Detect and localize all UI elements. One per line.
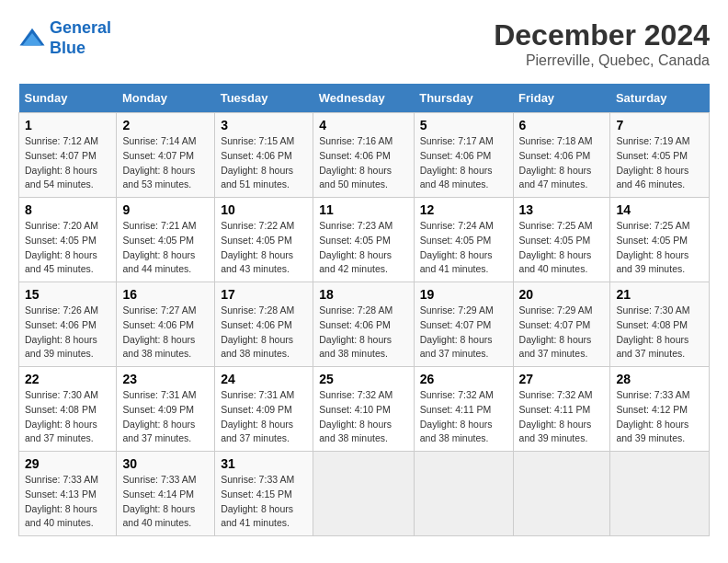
title-block: December 2024 Pierreville, Quebec, Canad… xyxy=(494,18,710,69)
calendar-table: SundayMondayTuesdayWednesdayThursdayFrid… xyxy=(18,84,710,536)
day-info: Sunrise: 7:24 AMSunset: 4:05 PMDaylight:… xyxy=(420,219,507,277)
day-number: 29 xyxy=(25,456,110,471)
calendar-cell xyxy=(414,452,513,536)
calendar-cell: 5Sunrise: 7:17 AMSunset: 4:06 PMDaylight… xyxy=(414,113,513,198)
day-number: 31 xyxy=(221,456,307,471)
calendar-week-row: 29Sunrise: 7:33 AMSunset: 4:13 PMDayligh… xyxy=(19,452,710,536)
day-info: Sunrise: 7:27 AMSunset: 4:06 PMDaylight:… xyxy=(122,304,209,362)
calendar-cell: 9Sunrise: 7:21 AMSunset: 4:05 PMDaylight… xyxy=(117,198,215,282)
day-number: 28 xyxy=(616,372,703,386)
day-number: 2 xyxy=(122,118,209,132)
calendar-cell: 27Sunrise: 7:32 AMSunset: 4:11 PMDayligh… xyxy=(513,367,610,452)
calendar-cell: 26Sunrise: 7:32 AMSunset: 4:11 PMDayligh… xyxy=(414,367,513,452)
header-sunday: Sunday xyxy=(19,84,117,113)
day-number: 23 xyxy=(122,372,209,386)
day-number: 19 xyxy=(420,287,507,302)
day-info: Sunrise: 7:33 AMSunset: 4:13 PMDaylight:… xyxy=(25,473,110,531)
day-number: 5 xyxy=(420,118,507,132)
day-info: Sunrise: 7:18 AMSunset: 4:06 PMDaylight:… xyxy=(519,134,605,192)
day-number: 10 xyxy=(221,202,307,217)
day-number: 8 xyxy=(25,202,110,217)
day-info: Sunrise: 7:25 AMSunset: 4:05 PMDaylight:… xyxy=(519,219,605,277)
day-info: Sunrise: 7:32 AMSunset: 4:11 PMDaylight:… xyxy=(420,388,507,446)
day-number: 18 xyxy=(319,287,407,302)
calendar-header-row: SundayMondayTuesdayWednesdayThursdayFrid… xyxy=(19,84,710,113)
logo-line2: Blue xyxy=(50,39,85,57)
day-info: Sunrise: 7:16 AMSunset: 4:06 PMDaylight:… xyxy=(319,134,407,192)
day-info: Sunrise: 7:17 AMSunset: 4:06 PMDaylight:… xyxy=(420,134,507,192)
calendar-cell: 3Sunrise: 7:15 AMSunset: 4:06 PMDaylight… xyxy=(215,113,313,198)
day-info: Sunrise: 7:29 AMSunset: 4:07 PMDaylight:… xyxy=(420,304,507,362)
day-info: Sunrise: 7:32 AMSunset: 4:10 PMDaylight:… xyxy=(319,388,407,446)
calendar-cell: 7Sunrise: 7:19 AMSunset: 4:05 PMDaylight… xyxy=(610,113,710,198)
day-number: 4 xyxy=(319,118,407,132)
day-number: 16 xyxy=(122,287,209,302)
day-number: 9 xyxy=(122,202,209,217)
day-number: 22 xyxy=(25,372,110,386)
day-info: Sunrise: 7:30 AMSunset: 4:08 PMDaylight:… xyxy=(25,388,110,446)
day-number: 15 xyxy=(25,287,110,302)
day-info: Sunrise: 7:15 AMSunset: 4:06 PMDaylight:… xyxy=(221,134,307,192)
calendar-cell: 16Sunrise: 7:27 AMSunset: 4:06 PMDayligh… xyxy=(117,282,215,367)
day-info: Sunrise: 7:30 AMSunset: 4:08 PMDaylight:… xyxy=(616,304,703,362)
calendar-cell: 20Sunrise: 7:29 AMSunset: 4:07 PMDayligh… xyxy=(513,282,610,367)
calendar-cell: 28Sunrise: 7:33 AMSunset: 4:12 PMDayligh… xyxy=(610,367,710,452)
day-info: Sunrise: 7:28 AMSunset: 4:06 PMDaylight:… xyxy=(319,304,407,362)
calendar-cell: 31Sunrise: 7:33 AMSunset: 4:15 PMDayligh… xyxy=(215,452,313,536)
day-number: 27 xyxy=(519,372,605,386)
day-info: Sunrise: 7:31 AMSunset: 4:09 PMDaylight:… xyxy=(122,388,209,446)
day-info: Sunrise: 7:22 AMSunset: 4:05 PMDaylight:… xyxy=(221,219,307,277)
day-info: Sunrise: 7:14 AMSunset: 4:07 PMDaylight:… xyxy=(122,134,209,192)
header-saturday: Saturday xyxy=(610,84,710,113)
page-header: General Blue December 2024 Pierreville, … xyxy=(18,18,710,69)
calendar-cell: 19Sunrise: 7:29 AMSunset: 4:07 PMDayligh… xyxy=(414,282,513,367)
calendar-cell: 17Sunrise: 7:28 AMSunset: 4:06 PMDayligh… xyxy=(215,282,313,367)
calendar-cell: 18Sunrise: 7:28 AMSunset: 4:06 PMDayligh… xyxy=(313,282,414,367)
day-number: 26 xyxy=(420,372,507,386)
calendar-cell: 8Sunrise: 7:20 AMSunset: 4:05 PMDaylight… xyxy=(19,198,117,282)
calendar-cell: 24Sunrise: 7:31 AMSunset: 4:09 PMDayligh… xyxy=(215,367,313,452)
day-info: Sunrise: 7:25 AMSunset: 4:05 PMDaylight:… xyxy=(616,219,703,277)
calendar-cell: 13Sunrise: 7:25 AMSunset: 4:05 PMDayligh… xyxy=(513,198,610,282)
calendar-cell: 23Sunrise: 7:31 AMSunset: 4:09 PMDayligh… xyxy=(117,367,215,452)
calendar-week-row: 22Sunrise: 7:30 AMSunset: 4:08 PMDayligh… xyxy=(19,367,710,452)
logo-icon xyxy=(18,25,46,52)
calendar-title: December 2024 xyxy=(494,18,710,52)
day-info: Sunrise: 7:33 AMSunset: 4:12 PMDaylight:… xyxy=(616,388,703,446)
calendar-cell xyxy=(610,452,710,536)
day-info: Sunrise: 7:20 AMSunset: 4:05 PMDaylight:… xyxy=(25,219,110,277)
calendar-subtitle: Pierreville, Quebec, Canada xyxy=(494,52,710,69)
header-tuesday: Tuesday xyxy=(215,84,313,113)
calendar-cell: 14Sunrise: 7:25 AMSunset: 4:05 PMDayligh… xyxy=(610,198,710,282)
header-thursday: Thursday xyxy=(414,84,513,113)
day-info: Sunrise: 7:21 AMSunset: 4:05 PMDaylight:… xyxy=(122,219,209,277)
calendar-cell: 1Sunrise: 7:12 AMSunset: 4:07 PMDaylight… xyxy=(19,113,117,198)
calendar-cell: 2Sunrise: 7:14 AMSunset: 4:07 PMDaylight… xyxy=(117,113,215,198)
calendar-week-row: 8Sunrise: 7:20 AMSunset: 4:05 PMDaylight… xyxy=(19,198,710,282)
calendar-cell: 29Sunrise: 7:33 AMSunset: 4:13 PMDayligh… xyxy=(19,452,117,536)
calendar-cell: 21Sunrise: 7:30 AMSunset: 4:08 PMDayligh… xyxy=(610,282,710,367)
day-info: Sunrise: 7:29 AMSunset: 4:07 PMDaylight:… xyxy=(519,304,605,362)
header-monday: Monday xyxy=(117,84,215,113)
day-info: Sunrise: 7:31 AMSunset: 4:09 PMDaylight:… xyxy=(221,388,307,446)
calendar-cell: 12Sunrise: 7:24 AMSunset: 4:05 PMDayligh… xyxy=(414,198,513,282)
day-number: 7 xyxy=(616,118,703,132)
day-number: 20 xyxy=(519,287,605,302)
day-info: Sunrise: 7:12 AMSunset: 4:07 PMDaylight:… xyxy=(25,134,110,192)
day-info: Sunrise: 7:23 AMSunset: 4:05 PMDaylight:… xyxy=(319,219,407,277)
day-number: 3 xyxy=(221,118,307,132)
logo-line1: General xyxy=(50,18,111,37)
day-number: 14 xyxy=(616,202,703,217)
day-info: Sunrise: 7:26 AMSunset: 4:06 PMDaylight:… xyxy=(25,304,110,362)
header-friday: Friday xyxy=(513,84,610,113)
day-number: 21 xyxy=(616,287,703,302)
day-info: Sunrise: 7:33 AMSunset: 4:14 PMDaylight:… xyxy=(122,473,209,531)
day-number: 11 xyxy=(319,202,407,217)
calendar-cell: 10Sunrise: 7:22 AMSunset: 4:05 PMDayligh… xyxy=(215,198,313,282)
calendar-cell: 4Sunrise: 7:16 AMSunset: 4:06 PMDaylight… xyxy=(313,113,414,198)
calendar-week-row: 15Sunrise: 7:26 AMSunset: 4:06 PMDayligh… xyxy=(19,282,710,367)
calendar-cell: 11Sunrise: 7:23 AMSunset: 4:05 PMDayligh… xyxy=(313,198,414,282)
day-number: 25 xyxy=(319,372,407,386)
calendar-week-row: 1Sunrise: 7:12 AMSunset: 4:07 PMDaylight… xyxy=(19,113,710,198)
calendar-cell: 22Sunrise: 7:30 AMSunset: 4:08 PMDayligh… xyxy=(19,367,117,452)
